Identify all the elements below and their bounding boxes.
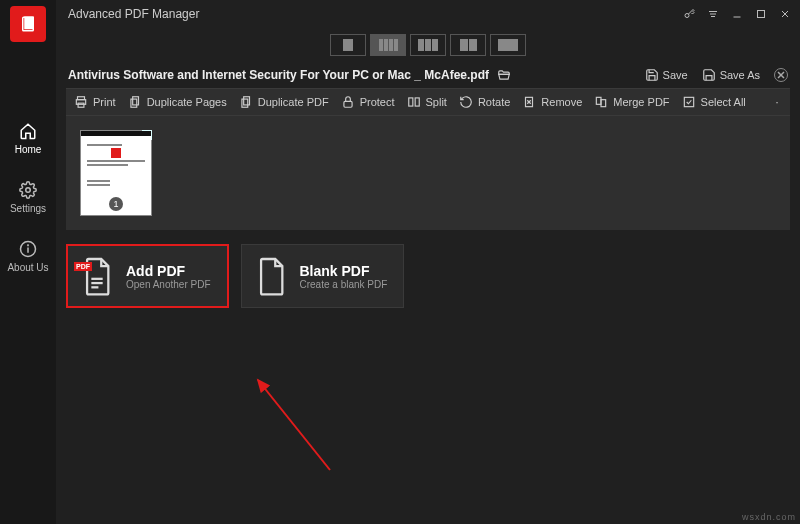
- nav-home-label: Home: [15, 144, 42, 155]
- svg-point-5: [28, 245, 29, 246]
- page-number-badge: 1: [109, 197, 123, 211]
- remove-icon: [522, 95, 536, 109]
- view-wide[interactable]: [490, 34, 526, 56]
- page-thumbnail[interactable]: × 1: [80, 130, 152, 216]
- blank-pdf-subtitle: Create a blank PDF: [300, 279, 388, 290]
- blank-pdf-title: Blank PDF: [300, 263, 388, 279]
- app-logo: [10, 6, 46, 42]
- save-icon: [645, 68, 659, 82]
- nav-about-label: About Us: [7, 262, 48, 273]
- tool-split[interactable]: Split: [407, 95, 447, 109]
- blank-pdf-icon: [254, 256, 288, 296]
- toolbar: Print Duplicate Pages Duplicate PDF Prot…: [66, 88, 790, 116]
- close-icon: [775, 68, 787, 82]
- svg-rect-11: [758, 11, 765, 18]
- nav-settings[interactable]: Settings: [0, 177, 56, 218]
- tool-duplicate-pdf-label: Duplicate PDF: [258, 96, 329, 108]
- tool-rotate[interactable]: Rotate: [459, 95, 510, 109]
- save-as-label: Save As: [720, 69, 760, 81]
- svg-rect-31: [684, 97, 693, 106]
- titlebar: Advanced PDF Manager: [56, 0, 800, 28]
- svg-rect-30: [601, 100, 606, 107]
- svg-rect-29: [597, 97, 602, 104]
- minimize-button[interactable]: [730, 7, 744, 21]
- svg-rect-19: [132, 97, 138, 105]
- add-pdf-title: Add PDF: [126, 263, 211, 279]
- app-title: Advanced PDF Manager: [68, 7, 199, 21]
- maximize-icon: [755, 8, 767, 20]
- nav-home[interactable]: Home: [0, 118, 56, 159]
- nav-about[interactable]: About Us: [0, 236, 56, 277]
- save-as-button[interactable]: Save As: [702, 68, 760, 82]
- svg-rect-25: [415, 98, 419, 106]
- svg-rect-24: [408, 98, 412, 106]
- watermark: wsxdn.com: [742, 512, 796, 522]
- close-window-button[interactable]: [778, 7, 792, 21]
- tool-remove[interactable]: Remove: [522, 95, 582, 109]
- document-name: Antivirus Software and Internet Security…: [68, 68, 489, 82]
- tool-print[interactable]: Print: [74, 95, 116, 109]
- tool-duplicate-pages[interactable]: Duplicate Pages: [128, 95, 227, 109]
- close-document-button[interactable]: [774, 68, 788, 82]
- thumbnail-strip: × 1: [66, 116, 790, 230]
- svg-point-6: [685, 14, 689, 18]
- add-pdf-subtitle: Open Another PDF: [126, 279, 211, 290]
- tool-duplicate-pages-label: Duplicate Pages: [147, 96, 227, 108]
- tool-remove-label: Remove: [541, 96, 582, 108]
- maximize-button[interactable]: [754, 7, 768, 21]
- svg-rect-20: [131, 99, 137, 107]
- duplicate-pages-icon: [128, 95, 142, 109]
- merge-icon: [594, 95, 608, 109]
- svg-rect-21: [243, 97, 249, 105]
- minimize-icon: [731, 8, 743, 20]
- key-icon: [683, 8, 695, 20]
- view-single[interactable]: [330, 34, 366, 56]
- view-mode-row: [56, 28, 800, 62]
- save-as-icon: [702, 68, 716, 82]
- tool-split-label: Split: [426, 96, 447, 108]
- menu-button[interactable]: [706, 7, 720, 21]
- blank-pdf-card[interactable]: Blank PDF Create a blank PDF: [241, 244, 405, 308]
- duplicate-pdf-icon: [239, 95, 253, 109]
- tool-protect-label: Protect: [360, 96, 395, 108]
- tool-protect[interactable]: Protect: [341, 95, 395, 109]
- tool-duplicate-pdf[interactable]: Duplicate PDF: [239, 95, 329, 109]
- tool-select-all[interactable]: Select All: [682, 95, 746, 109]
- info-icon: [19, 240, 37, 258]
- key-button[interactable]: [682, 7, 696, 21]
- close-icon: [779, 8, 791, 20]
- print-icon: [74, 95, 88, 109]
- left-nav-rail: Home Settings About Us: [0, 0, 56, 524]
- tool-select-all-label: Select All: [701, 96, 746, 108]
- select-all-icon: [682, 95, 696, 109]
- tool-print-label: Print: [93, 96, 116, 108]
- svg-rect-1: [25, 17, 33, 28]
- tool-merge-label: Merge PDF: [613, 96, 669, 108]
- document-bar: Antivirus Software and Internet Security…: [56, 62, 800, 88]
- add-pdf-card[interactable]: PDF Add PDF Open Another PDF: [66, 244, 229, 308]
- menu-icon: [707, 8, 719, 20]
- home-icon: [19, 122, 37, 140]
- folder-open-icon[interactable]: [497, 68, 511, 82]
- tool-rotate-label: Rotate: [478, 96, 510, 108]
- tool-merge[interactable]: Merge PDF: [594, 95, 669, 109]
- nav-settings-label: Settings: [10, 203, 46, 214]
- view-4col[interactable]: [370, 34, 406, 56]
- gear-icon: [19, 181, 37, 199]
- view-2col[interactable]: [450, 34, 486, 56]
- rotate-icon: [459, 95, 473, 109]
- svg-point-2: [26, 188, 31, 193]
- lock-icon: [341, 95, 355, 109]
- action-cards-row: PDF Add PDF Open Another PDF Blank PDF C…: [56, 230, 800, 322]
- pdf-badge: PDF: [74, 262, 92, 271]
- toolbar-overflow[interactable]: ·: [772, 96, 782, 108]
- split-icon: [407, 95, 421, 109]
- save-button[interactable]: Save: [645, 68, 688, 82]
- main-region: Advanced PDF Manager Antivirus Software …: [56, 0, 800, 524]
- view-3col[interactable]: [410, 34, 446, 56]
- save-label: Save: [663, 69, 688, 81]
- svg-rect-23: [344, 101, 352, 107]
- svg-rect-22: [242, 99, 248, 107]
- add-pdf-icon: PDF: [80, 256, 114, 296]
